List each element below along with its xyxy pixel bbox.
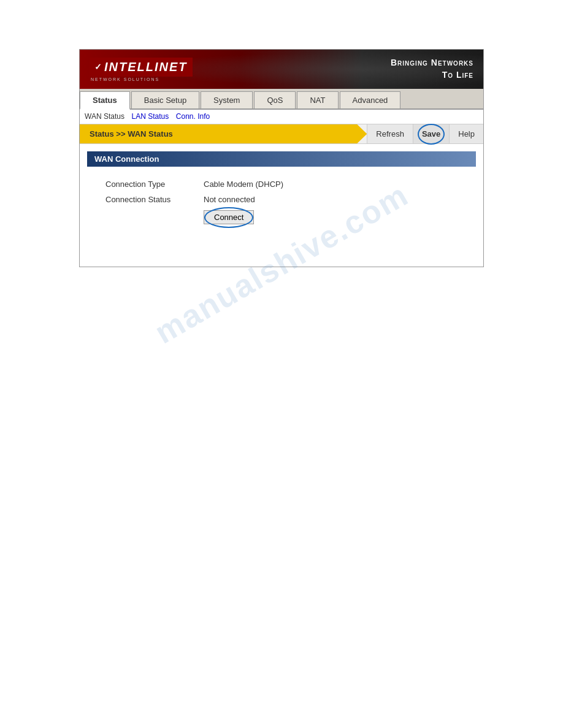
header: ✓ INTELLINET NETWORK SOLUTIONS Bringing … (80, 50, 483, 89)
help-button[interactable]: Help (449, 124, 483, 143)
tab-advanced[interactable]: Advanced (340, 91, 401, 108)
subnav-wan-status[interactable]: WAN Status (85, 112, 124, 121)
save-button[interactable]: Save (413, 124, 449, 143)
logo-check-icon: ✓ (94, 62, 102, 72)
logo-subtitle: NETWORK SOLUTIONS (90, 77, 159, 82)
connect-button-wrapper: Connect (204, 210, 254, 224)
connection-status-value: Not connected (197, 192, 476, 207)
connection-type-value: Cable Modem (DHCP) (197, 176, 476, 192)
wan-connection-header: WAN Connection (87, 151, 476, 167)
action-buttons: Refresh Save Help (367, 124, 483, 143)
tab-qos[interactable]: QoS (254, 91, 296, 108)
tab-system[interactable]: System (201, 91, 253, 108)
connection-type-label: Connection Type (99, 176, 197, 192)
connect-button[interactable]: Connect (204, 210, 254, 224)
refresh-button[interactable]: Refresh (367, 124, 413, 143)
tab-status[interactable]: Status (80, 91, 130, 110)
table-row: Connect (99, 207, 476, 227)
content-area: WAN Connection Connection Type Cable Mod… (80, 144, 483, 267)
logo-text: INTELLINET (104, 60, 188, 74)
nav-tabs: Status Basic Setup System QoS NAT Advanc… (80, 89, 483, 110)
header-tagline: Bringing Networks To Life (391, 57, 473, 81)
router-ui: ✓ INTELLINET NETWORK SOLUTIONS Bringing … (79, 49, 484, 267)
table-row: Connection Type Cable Modem (DHCP) (99, 176, 476, 192)
logo-area: ✓ INTELLINET NETWORK SOLUTIONS (90, 58, 193, 82)
breadcrumb: Status >> WAN Status (80, 124, 367, 143)
tab-nat[interactable]: NAT (297, 91, 338, 108)
connection-status-label: Connection Status (99, 192, 197, 207)
subnav-lan-status[interactable]: LAN Status (132, 112, 169, 121)
logo-box: ✓ INTELLINET (90, 58, 193, 77)
table-row: Connection Status Not connected (99, 192, 476, 207)
tab-basic-setup[interactable]: Basic Setup (131, 91, 199, 108)
subnav-conn-info[interactable]: Conn. Info (176, 112, 210, 121)
sub-nav: WAN Status LAN Status Conn. Info (80, 110, 483, 124)
wan-table: Connection Type Cable Modem (DHCP) Conne… (99, 176, 476, 227)
action-bar: Status >> WAN Status Refresh Save Help (80, 124, 483, 144)
